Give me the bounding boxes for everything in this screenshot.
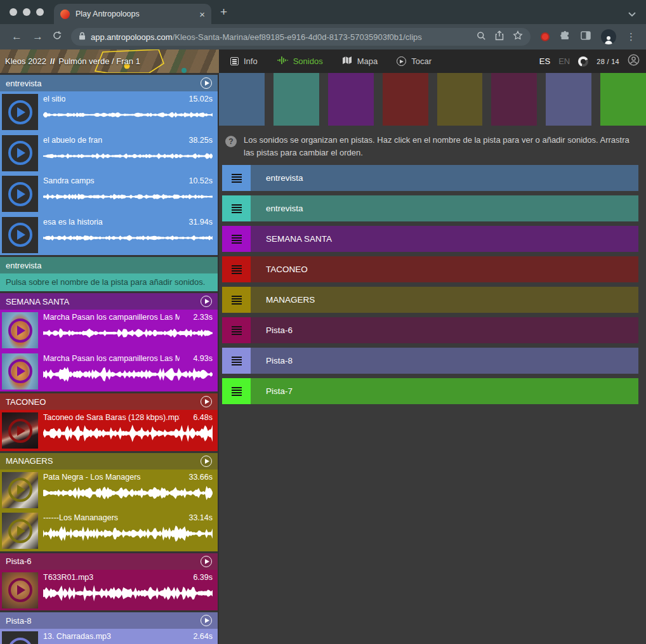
share-icon[interactable] (495, 30, 504, 43)
window-minimize-button[interactable] (23, 8, 30, 16)
clip-waveform[interactable] (43, 187, 213, 207)
clip-item[interactable]: Pata Negra - Los Managers 33.66s (0, 470, 218, 511)
clip-thumbnail[interactable] (2, 353, 38, 390)
clip-play-icon[interactable] (8, 100, 32, 124)
clip-waveform[interactable] (43, 523, 213, 544)
drag-handle[interactable] (222, 317, 251, 343)
clip-thumbnail[interactable] (2, 176, 38, 212)
clip-item[interactable]: T633R01.mp3 6.39s (0, 570, 218, 611)
forward-button[interactable]: → (27, 30, 48, 43)
side-panel-icon[interactable] (581, 31, 591, 43)
nav-tocar[interactable]: Tocar (397, 56, 432, 66)
address-bar[interactable]: app.antropoloops.com/Kleos-Santa-Marina/… (71, 28, 531, 46)
track-row[interactable]: SEMANA SANTA (222, 226, 638, 252)
clip-thumbnail[interactable] (2, 135, 38, 171)
drag-handle[interactable] (222, 287, 251, 313)
play-track-icon[interactable] (201, 396, 212, 407)
play-track-icon[interactable] (201, 456, 212, 467)
track-row[interactable]: entrevista (222, 195, 638, 221)
track-row[interactable]: entrevista (222, 165, 638, 191)
clip-item[interactable]: 13. Charradas.mp3 2.64s (0, 629, 218, 644)
browser-menu-icon[interactable]: ⋮ (621, 31, 640, 43)
clip-thumbnail[interactable] (2, 412, 38, 449)
nav-sonidos[interactable]: Sonidos (277, 56, 323, 67)
track-row[interactable]: MANAGERS (222, 287, 638, 313)
bookmark-star-icon[interactable] (513, 30, 523, 43)
drag-handle[interactable] (222, 378, 251, 404)
window-close-button[interactable] (10, 8, 17, 16)
zoom-page-icon[interactable] (477, 31, 486, 43)
clip-play-icon[interactable] (8, 319, 32, 343)
drag-handle[interactable] (222, 165, 251, 191)
drag-handle[interactable] (222, 195, 251, 221)
lang-es-button[interactable]: ES (539, 56, 550, 66)
tab-close-icon[interactable]: × (199, 10, 205, 19)
clip-waveform[interactable] (43, 364, 213, 384)
clip-waveform[interactable] (43, 146, 213, 166)
extensions-puzzle-icon[interactable] (560, 30, 570, 44)
project-banner[interactable]: Kleos 2022//Pulmón verde / Fran 1 (0, 49, 219, 73)
track-header[interactable]: TACONEO (0, 393, 218, 410)
lang-en-button[interactable]: EN (558, 56, 570, 66)
clip-thumbnail[interactable] (2, 472, 38, 508)
clip-play-icon[interactable] (8, 182, 32, 206)
clip-waveform[interactable] (43, 583, 213, 603)
clip-thumbnail[interactable] (2, 572, 38, 608)
clip-waveform[interactable] (43, 423, 213, 444)
clip-item[interactable]: Sandra camps 10.52s (0, 173, 218, 214)
drag-handle[interactable] (222, 348, 251, 374)
track-row[interactable]: Pista-8 (222, 348, 638, 374)
back-button[interactable]: ← (6, 30, 27, 43)
drag-handle[interactable] (222, 226, 251, 252)
clip-item[interactable]: Marcha Pasan los campanilleros Las Mejor… (0, 351, 218, 392)
track-header[interactable]: entrevista (0, 257, 218, 273)
clip-item[interactable]: Marcha Pasan los campanilleros Las Mejor… (0, 310, 218, 351)
clip-play-icon[interactable] (8, 223, 32, 247)
clip-waveform[interactable] (43, 105, 213, 125)
play-track-icon[interactable] (201, 615, 212, 626)
window-zoom-button[interactable] (36, 8, 44, 16)
reload-button[interactable] (52, 30, 62, 43)
track-header[interactable]: MANAGERS (0, 453, 218, 470)
clip-thumbnail[interactable] (2, 312, 38, 348)
browser-tab[interactable]: Play Antropoloops × (54, 4, 211, 24)
clip-item[interactable]: esa es la historia 31.94s (0, 214, 218, 256)
clip-play-icon[interactable] (8, 359, 32, 383)
clip-waveform[interactable] (43, 228, 213, 248)
tab-search-chevron-icon[interactable] (628, 8, 636, 19)
clip-thumbnail[interactable] (2, 94, 38, 130)
account-icon[interactable] (628, 54, 640, 69)
clip-waveform[interactable] (43, 323, 213, 343)
screen-recording-indicator-icon[interactable] (541, 32, 550, 41)
clip-thumbnail[interactable] (2, 513, 38, 549)
clip-item[interactable]: el abuelo de fran 38.25s (0, 133, 218, 174)
track-header[interactable]: Pista-8 (0, 612, 218, 629)
clip-item[interactable]: el sitio 15.02s (0, 91, 218, 133)
new-tab-button[interactable]: + (220, 5, 227, 19)
nav-info[interactable]: Info (230, 56, 258, 66)
clip-waveform[interactable] (43, 483, 213, 503)
nav-mapa[interactable]: Mapa (342, 56, 378, 67)
clip-item[interactable]: ------Los Mananagers 33.14s (0, 510, 218, 551)
clip-thumbnail[interactable] (2, 631, 38, 644)
track-row[interactable]: Pista-6 (222, 317, 638, 343)
track-header[interactable]: entrevista (0, 75, 218, 91)
window-controls[interactable] (0, 0, 54, 24)
clip-play-icon[interactable] (8, 141, 32, 165)
clip-play-icon[interactable] (8, 578, 32, 602)
clip-play-icon[interactable] (8, 419, 32, 443)
play-track-icon[interactable] (201, 77, 212, 89)
browser-profile-avatar[interactable] (601, 29, 616, 44)
clip-play-icon[interactable] (8, 638, 32, 644)
play-track-icon[interactable] (201, 556, 212, 567)
track-header[interactable]: Pista-6 (0, 553, 218, 570)
clip-play-icon[interactable] (8, 519, 32, 543)
clip-thumbnail[interactable] (2, 217, 38, 253)
url-text[interactable]: app.antropoloops.com/Kleos-Santa-Marina/… (91, 32, 468, 42)
drag-handle[interactable] (222, 256, 251, 282)
clip-play-icon[interactable] (8, 478, 32, 502)
track-row[interactable]: TACONEO (222, 256, 638, 282)
track-row[interactable]: Pista-7 (222, 378, 638, 404)
clip-item[interactable]: Taconeo de Sara Baras (128 kbps).mp3 6.4… (0, 410, 218, 451)
play-track-icon[interactable] (201, 296, 212, 307)
